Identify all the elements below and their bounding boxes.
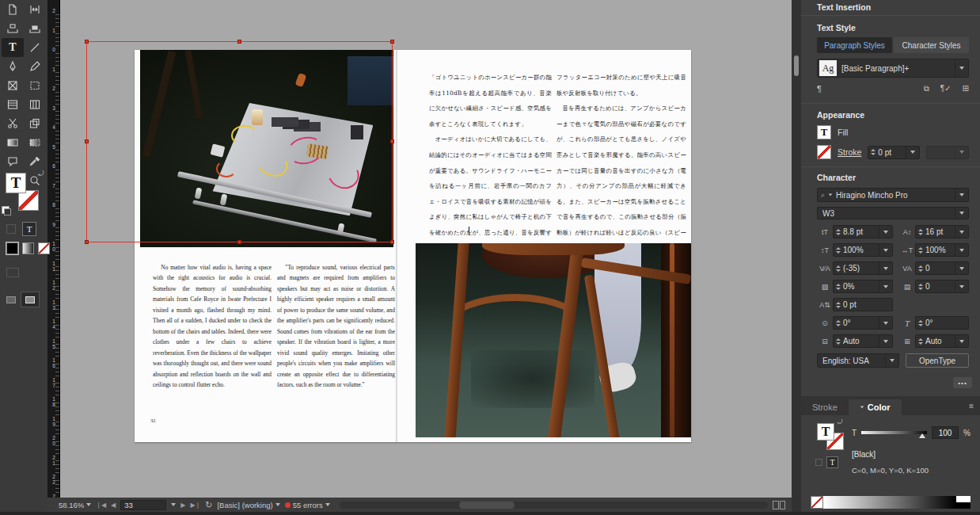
frame-handle-top-center[interactable]	[237, 40, 241, 44]
tint-value-input[interactable]: 100	[932, 426, 959, 439]
redefine-style-icon[interactable]: ⧉	[924, 84, 929, 93]
new-style-icon[interactable]: ⊞	[963, 84, 969, 93]
container-proxy-icon[interactable]	[815, 459, 822, 466]
tab-character-styles[interactable]: Character Styles	[894, 37, 969, 53]
eyedropper-tool[interactable]	[24, 152, 46, 171]
pencil-tool[interactable]	[24, 57, 46, 76]
grid-alignment-input[interactable]: Auto	[915, 334, 969, 348]
leading-input[interactable]: 16 pt	[915, 225, 969, 238]
pen-tool[interactable]	[2, 57, 24, 76]
preflight-errors-control[interactable]: 55 errors	[285, 501, 330, 509]
horizontal-scale-input[interactable]: 100%	[915, 243, 969, 257]
line-tool[interactable]	[24, 38, 46, 57]
grid-gyoudori-input[interactable]: Auto	[833, 334, 893, 348]
vertical-grid-tool[interactable]	[24, 95, 46, 114]
ramp-end-swatches[interactable]	[956, 496, 971, 509]
swap-fill-stroke-icon[interactable]: ⤾	[838, 418, 843, 426]
formatting-affects-container-icon[interactable]	[6, 224, 16, 234]
language-select[interactable]: English: USA	[817, 353, 899, 368]
stroke-color-icon[interactable]	[817, 145, 831, 159]
spread-view-icon[interactable]	[773, 501, 785, 509]
stroke-label[interactable]: Stroke	[838, 147, 861, 157]
grid-jidori-input[interactable]: 0	[915, 280, 969, 293]
screen-mode-normal-icon[interactable]	[6, 296, 16, 303]
swap-fill-stroke-icon[interactable]: ⤾	[38, 170, 44, 178]
next-page-button[interactable]: ▶	[180, 502, 185, 509]
character-rotation-input[interactable]: 0°	[833, 316, 893, 330]
horizontal-grid-tool[interactable]	[2, 95, 24, 114]
kerning-input[interactable]: (-35)	[833, 261, 893, 275]
more-options-button[interactable]: •••	[953, 377, 972, 388]
fill-swatch-proxy[interactable]: T	[6, 173, 26, 193]
frame-handle-top-right[interactable]	[390, 40, 394, 44]
tracking-input[interactable]: 0	[915, 261, 969, 275]
panel-dock-divider[interactable]	[792, 0, 801, 512]
zoom-level-control[interactable]: 58.16%	[59, 501, 91, 509]
text-proxy-icon[interactable]: T	[826, 456, 838, 468]
horizontal-scrollbar-thumb[interactable]	[459, 502, 515, 509]
last-page-button[interactable]: ▶❘	[190, 502, 200, 509]
opentype-button[interactable]: OpenType	[906, 353, 969, 368]
stroke-weight-stepper[interactable]: 0 pt	[868, 146, 920, 159]
tab-stroke[interactable]: Stroke	[801, 399, 849, 415]
preflight-profile-control[interactable]: [Basic] (working)	[217, 501, 279, 509]
content-placer-tool[interactable]	[24, 19, 46, 38]
stroke-type-select[interactable]	[926, 146, 969, 159]
page-tool[interactable]	[2, 0, 24, 19]
fill-color-icon[interactable]: T	[817, 125, 831, 139]
free-transform-tool[interactable]	[24, 114, 46, 133]
frame-handle-bottom-right[interactable]	[390, 240, 394, 244]
apply-none-button[interactable]	[38, 242, 50, 254]
english-text-column-2[interactable]: "To reproduce sound, various electrical …	[277, 262, 395, 425]
frame-tool[interactable]	[2, 76, 24, 95]
selected-frame-outline[interactable]	[86, 41, 393, 242]
gradient-swatch-tool[interactable]	[2, 133, 24, 152]
ramp-gradient[interactable]	[823, 496, 956, 509]
gradient-feather-tool[interactable]	[24, 133, 46, 152]
frame-handle-top-left[interactable]	[85, 40, 89, 44]
skew-input[interactable]: 0°	[915, 316, 969, 330]
frame-handle-bottom-center[interactable]	[237, 240, 241, 244]
photo-cafe-chairs[interactable]	[416, 243, 691, 437]
note-tool[interactable]	[2, 152, 24, 171]
tint-slider[interactable]	[861, 431, 927, 434]
color-fill-proxy[interactable]: T	[817, 423, 834, 441]
frame-handle-middle-right[interactable]	[390, 139, 394, 143]
screen-mode-button[interactable]	[21, 292, 40, 307]
page-list-chevron-icon[interactable]	[171, 503, 176, 506]
tint-slider-marker[interactable]	[919, 433, 925, 438]
page-number-input[interactable]: 33	[120, 500, 166, 510]
tsume-input[interactable]: 0%	[833, 280, 893, 293]
gap-tool[interactable]	[24, 0, 46, 19]
japanese-text-column-2[interactable]: フラッターエコー対策のために壁や天上に吸音板や反射板を取り付けている。 音を再生…	[556, 70, 686, 250]
apply-gradient-button[interactable]	[22, 242, 34, 254]
font-family-select[interactable]: ⌕ Hiragino Mincho Pro	[817, 188, 969, 202]
apply-color-button[interactable]	[6, 242, 18, 254]
default-fill-stroke-icon[interactable]	[2, 206, 9, 214]
font-style-select[interactable]: W3	[817, 207, 969, 219]
tab-paragraph-styles[interactable]: Paragraph Styles	[817, 37, 892, 53]
frame-handle-middle-left[interactable]	[85, 139, 89, 143]
font-size-input[interactable]: 8.8 pt	[833, 225, 893, 238]
document-canvas[interactable]: 「ゴトウユニットのホーンスピーカー群の能率は110dBを超える超高能率であり、音…	[60, 0, 792, 498]
horizontal-scrollbar[interactable]	[340, 502, 768, 509]
first-page-button[interactable]: ❘◀	[96, 502, 106, 509]
clear-overrides-icon[interactable]: ¶	[817, 84, 822, 93]
dock-scrollbar-thumb[interactable]	[794, 55, 799, 76]
paragraph-style-select[interactable]: Ag [Basic Paragraph]+	[817, 59, 969, 78]
japanese-text-column-1[interactable]: 「ゴトウユニットのホーンスピーカー群の能率は110dBを超える超高能率であり、音…	[429, 70, 552, 250]
english-text-column-1[interactable]: No matter how vital audio is, having a s…	[153, 262, 272, 425]
preflight-icon[interactable]: ↻	[205, 500, 212, 510]
style-override-highlighter-icon[interactable]: ¶✓	[940, 84, 952, 93]
vertical-scale-input[interactable]: 100%	[833, 243, 893, 257]
rectangle-tool[interactable]	[24, 76, 46, 95]
color-ramp[interactable]	[811, 496, 971, 509]
previous-page-button[interactable]: ◀	[111, 502, 116, 509]
type-tool[interactable]: T	[2, 38, 24, 57]
content-collector-tool[interactable]	[2, 19, 24, 38]
baseline-shift-input[interactable]: 0 pt	[833, 298, 893, 311]
scissors-tool[interactable]	[2, 114, 24, 133]
panel-menu-icon[interactable]: ≡	[969, 402, 974, 410]
formatting-affects-text-icon[interactable]: T	[22, 222, 36, 236]
ramp-none-swatch[interactable]	[811, 496, 823, 509]
